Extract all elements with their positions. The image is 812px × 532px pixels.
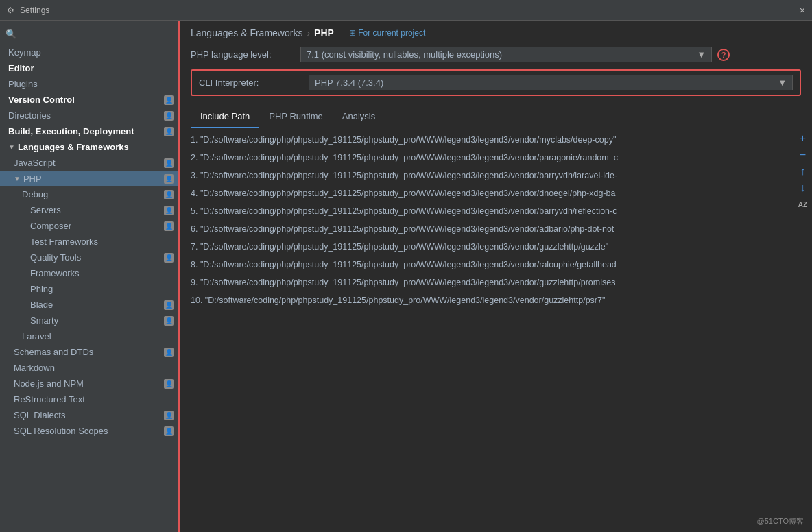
- project-link[interactable]: ⊞ For current project: [349, 28, 425, 38]
- sidebar-search[interactable]: 🔍: [0, 26, 179, 45]
- sidebar-item-composer[interactable]: Composer👤: [0, 218, 179, 234]
- chevron-php: ▼: [14, 175, 21, 182]
- sidebar-label-phing: Phing: [30, 284, 53, 294]
- path-item[interactable]: 3. "D:/software/coding/php/phpstudy_1911…: [180, 167, 793, 184]
- dropdown-arrow: ▼: [697, 49, 706, 60]
- sidebar-item-laravel[interactable]: Laravel: [0, 328, 179, 344]
- path-item[interactable]: 7. "D:/software/coding/php/phpstudy_1911…: [180, 238, 793, 256]
- sidebar-label-blade: Blade: [30, 300, 53, 310]
- sidebar-item-servers[interactable]: Servers👤: [0, 202, 179, 218]
- sidebar-label-test-frameworks: Test Frameworks: [30, 237, 98, 247]
- path-content: 1. "D:/software/coding/php/phpstudy_1911…: [180, 128, 812, 532]
- sidebar-item-test-frameworks[interactable]: Test Frameworks: [0, 234, 179, 250]
- cli-label: CLI Interpreter:: [199, 77, 309, 88]
- sidebar-item-build[interactable]: Build, Execution, Deployment👤: [0, 123, 179, 139]
- sidebar-label-debug: Debug: [22, 189, 48, 200]
- sidebar-item-directories[interactable]: Directories👤: [0, 108, 179, 123]
- main-container: 🔍 KeymapEditorPluginsVersion Control👤Dir…: [0, 21, 812, 532]
- user-icon-composer: 👤: [164, 221, 174, 231]
- sidebar-label-quality-tools: Quality Tools: [30, 252, 81, 263]
- php-level-dropdown[interactable]: 7.1 (const visibility, nullables, multip…: [300, 47, 712, 62]
- path-item[interactable]: 4. "D:/software/coding/php/phpstudy_1911…: [180, 184, 793, 202]
- sidebar-item-restructured[interactable]: ReStructured Text: [0, 391, 179, 407]
- add-path-button[interactable]: +: [796, 131, 811, 146]
- breadcrumb: Languages & Frameworks › PHP ⊞ For curre…: [191, 27, 801, 38]
- sidebar-label-schemas: Schemas and DTDs: [14, 347, 93, 357]
- sidebar-label-nodejs: Node.js and NPM: [14, 378, 84, 389]
- path-item[interactable]: 2. "D:/software/coding/php/phpstudy_1911…: [180, 149, 793, 167]
- move-down-button[interactable]: ↓: [796, 180, 811, 195]
- path-list: 1. "D:/software/coding/php/phpstudy_1911…: [180, 128, 793, 532]
- user-icon-php: 👤: [164, 174, 174, 184]
- tab-include-path[interactable]: Include Path: [191, 106, 259, 128]
- user-icon-directories: 👤: [164, 111, 174, 121]
- sidebar-item-sql-resolution[interactable]: SQL Resolution Scopes👤: [0, 423, 179, 439]
- sidebar-item-blade[interactable]: Blade👤: [0, 297, 179, 313]
- tab-analysis[interactable]: Analysis: [333, 106, 385, 128]
- sidebar-item-frameworks[interactable]: Frameworks: [0, 265, 179, 281]
- sidebar-item-javascript[interactable]: JavaScript👤: [0, 155, 179, 171]
- remove-path-button[interactable]: −: [796, 147, 811, 162]
- title-bar: ⚙ Settings ×: [0, 0, 812, 21]
- sidebar-item-languages[interactable]: ▼Languages & Frameworks: [0, 139, 179, 155]
- user-icon-sql-resolution: 👤: [164, 426, 174, 436]
- path-item[interactable]: 5. "D:/software/coding/php/phpstudy_1911…: [180, 202, 793, 220]
- help-icon[interactable]: ?: [717, 49, 730, 61]
- title-bar-left: ⚙ Settings: [7, 5, 49, 15]
- sidebar-label-markdown: Markdown: [14, 363, 55, 373]
- sidebar-label-build: Build, Execution, Deployment: [8, 126, 134, 136]
- sidebar: 🔍 KeymapEditorPluginsVersion Control👤Dir…: [0, 21, 180, 532]
- sidebar-label-languages: Languages & Frameworks: [18, 142, 129, 152]
- sort-button[interactable]: AZ: [796, 197, 811, 212]
- sidebar-item-keymap[interactable]: Keymap: [0, 45, 179, 60]
- sidebar-item-php[interactable]: ▼PHP👤: [0, 171, 179, 186]
- user-icon-javascript: 👤: [164, 158, 174, 168]
- user-icon-nodejs: 👤: [164, 379, 174, 389]
- user-icon-version-control: 👤: [164, 95, 174, 105]
- sidebar-label-restructured: ReStructured Text: [14, 394, 85, 404]
- sidebar-item-nodejs[interactable]: Node.js and NPM👤: [0, 376, 179, 391]
- cli-value: PHP 7.3.4 (7.3.4): [315, 77, 383, 88]
- sidebar-item-quality-tools[interactable]: Quality Tools👤: [0, 250, 179, 265]
- breadcrumb-parent[interactable]: Languages & Frameworks: [191, 27, 302, 38]
- sidebar-item-editor[interactable]: Editor: [0, 60, 179, 76]
- php-level-value: 7.1 (const visibility, nullables, multip…: [307, 49, 502, 60]
- sidebar-label-smarty: Smarty: [30, 315, 58, 326]
- sidebar-label-version-control: Version Control: [8, 95, 75, 105]
- cli-interpreter-dropdown[interactable]: PHP 7.3.4 (7.3.4) ▼: [309, 75, 793, 90]
- path-item[interactable]: 8. "D:/software/coding/php/phpstudy_1911…: [180, 256, 793, 274]
- side-actions: + − ↑ ↓ AZ: [793, 128, 812, 532]
- sidebar-label-keymap: Keymap: [8, 47, 41, 58]
- sidebar-label-javascript: JavaScript: [14, 158, 56, 168]
- sidebar-item-phing[interactable]: Phing: [0, 281, 179, 297]
- sidebar-label-php: PHP: [23, 173, 42, 184]
- sidebar-label-laravel: Laravel: [22, 331, 51, 341]
- close-button[interactable]: ×: [800, 5, 805, 16]
- move-up-button[interactable]: ↑: [796, 164, 811, 179]
- sidebar-label-editor: Editor: [8, 63, 34, 73]
- sidebar-item-markdown[interactable]: Markdown: [0, 360, 179, 376]
- tab-php-runtime[interactable]: PHP Runtime: [259, 106, 333, 128]
- sidebar-item-sql-dialects[interactable]: SQL Dialects👤: [0, 407, 179, 423]
- content-header: Languages & Frameworks › PHP ⊞ For curre…: [180, 21, 812, 106]
- sidebar-item-debug[interactable]: Debug👤: [0, 186, 179, 202]
- sidebar-item-schemas[interactable]: Schemas and DTDs👤: [0, 344, 179, 360]
- cli-arrow: ▼: [778, 77, 787, 88]
- php-level-row: PHP language level: 7.1 (const visibilit…: [191, 47, 801, 62]
- breadcrumb-separator: ›: [307, 27, 310, 38]
- sidebar-label-directories: Directories: [8, 110, 51, 121]
- user-icon-servers: 👤: [164, 206, 174, 215]
- path-item[interactable]: 9. "D:/software/coding/php/phpstudy_1911…: [180, 274, 793, 291]
- sidebar-item-version-control[interactable]: Version Control👤: [0, 92, 179, 108]
- sidebar-items-container: KeymapEditorPluginsVersion Control👤Direc…: [0, 45, 179, 439]
- breadcrumb-current: PHP: [314, 27, 334, 38]
- path-item[interactable]: 6. "D:/software/coding/php/phpstudy_1911…: [180, 220, 793, 238]
- sidebar-label-composer: Composer: [30, 221, 71, 231]
- sidebar-item-plugins[interactable]: Plugins: [0, 76, 179, 92]
- user-icon-blade: 👤: [164, 300, 174, 310]
- content-panel: Languages & Frameworks › PHP ⊞ For curre…: [180, 21, 812, 532]
- path-item[interactable]: 1. "D:/software/coding/php/phpstudy_1911…: [180, 131, 793, 149]
- title-bar-title: Settings: [20, 5, 49, 15]
- path-item[interactable]: 10. "D:/software/coding/php/phpstudy_191…: [180, 291, 793, 309]
- sidebar-item-smarty[interactable]: Smarty👤: [0, 313, 179, 328]
